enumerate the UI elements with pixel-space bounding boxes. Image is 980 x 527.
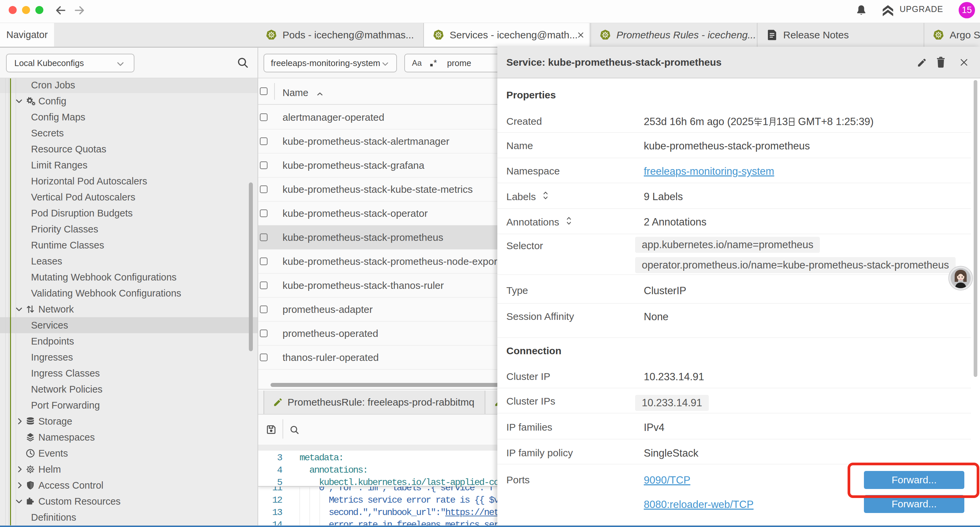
svg-text:*: * <box>434 58 437 68</box>
